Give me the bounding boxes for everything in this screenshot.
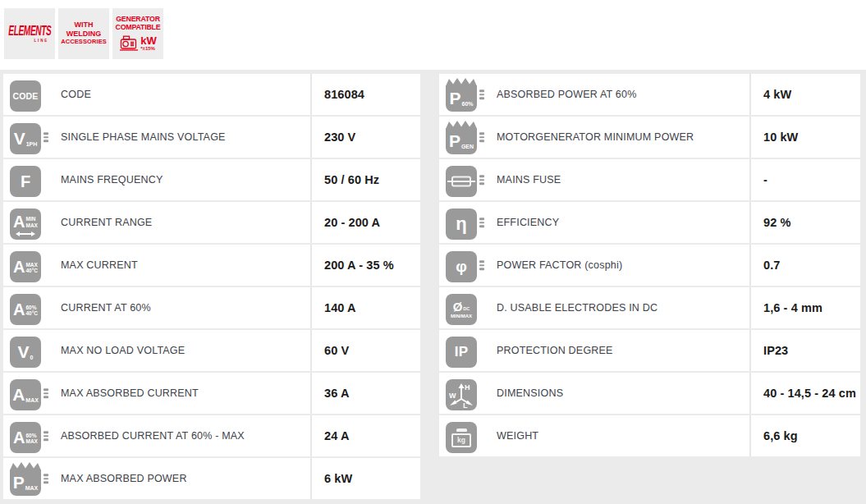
spec-row: IPPROTECTION DEGREEIP23 bbox=[439, 330, 860, 371]
spec-value: 0.7 bbox=[751, 245, 860, 286]
motorgenerator-power-icon: PGEN bbox=[446, 120, 477, 154]
welding-accessories-badge: WITH WELDING ACCESSORIES bbox=[58, 8, 109, 59]
spec-label: CODE bbox=[61, 89, 91, 100]
badge-text: ACCESSORIES bbox=[61, 38, 107, 47]
spec-label-cell: A60%MAXABSORBED CURRENT AT 60% - MAX bbox=[3, 415, 312, 456]
spec-row: V0MAX NO LOAD VOLTAGE60 V bbox=[3, 330, 420, 371]
svg-text:W: W bbox=[449, 392, 456, 400]
spec-label: MAX ABSORBED POWER bbox=[61, 473, 187, 484]
spec-value: 230 V bbox=[312, 117, 420, 158]
generator-kw-label: kW bbox=[140, 36, 157, 46]
spec-label-cell: CODECODE bbox=[3, 74, 312, 115]
generator-tolerance-label: *±15% bbox=[140, 46, 155, 51]
badge-text: COMPATIBLE bbox=[116, 24, 161, 32]
plug-icon bbox=[44, 132, 48, 142]
spec-row: ØDCMIN/MAXD. USABLE ELECTRODES IN DC1,6 … bbox=[439, 287, 860, 328]
single-phase-voltage-icon: V1PH bbox=[10, 120, 41, 154]
spec-row: ηEFFICIENCY92 % bbox=[439, 202, 860, 243]
spec-row: CODECODE816084 bbox=[3, 74, 420, 115]
spec-label-cell: V0MAX NO LOAD VOLTAGE bbox=[3, 330, 312, 371]
protection-degree-icon: IP bbox=[446, 333, 477, 368]
spec-label-cell: kgWEIGHT bbox=[439, 415, 751, 456]
spec-label: MAINS FUSE bbox=[497, 174, 561, 186]
spec-value: 816084 bbox=[312, 74, 420, 115]
spec-row: φPOWER FACTOR (cosphi)0.7 bbox=[439, 245, 860, 286]
spec-label-cell: IPPROTECTION DEGREE bbox=[439, 330, 751, 371]
spec-row: V1PHSINGLE PHASE MAINS VOLTAGE230 V bbox=[3, 117, 420, 158]
spec-row: AMAX40°CMAX CURRENT200 A - 35 % bbox=[3, 245, 420, 286]
spec-table-left: CODECODE816084V1PHSINGLE PHASE MAINS VOL… bbox=[3, 74, 420, 501]
spec-label: EFFICIENCY bbox=[497, 217, 559, 228]
spec-value: 10 kW bbox=[751, 117, 860, 158]
elements-line-badge: ELEMENTS LINE bbox=[4, 8, 55, 59]
elements-logo-subtitle: LINE bbox=[34, 39, 48, 43]
max-absorbed-current-icon: AMAX bbox=[10, 376, 41, 410]
dimensions-icon: WHL bbox=[446, 376, 477, 410]
spec-label-cell: MAINS FUSE bbox=[439, 159, 751, 200]
svg-text:L: L bbox=[463, 401, 468, 409]
badge-text: WELDING bbox=[66, 30, 102, 39]
spec-label-cell: FMAINS FREQUENCY bbox=[3, 159, 312, 200]
spec-value: 40 - 14,5 - 24 cm bbox=[751, 373, 860, 414]
badge-text: WITH bbox=[75, 21, 94, 30]
no-load-voltage-icon: V0 bbox=[10, 333, 41, 368]
current-range-icon: AMINMAX bbox=[10, 205, 41, 240]
spec-label-cell: ØDCMIN/MAXD. USABLE ELECTRODES IN DC bbox=[439, 287, 751, 328]
spec-label: MAX NO LOAD VOLTAGE bbox=[61, 345, 185, 356]
spec-label: D. USABLE ELECTRODES IN DC bbox=[497, 302, 658, 314]
plug-icon bbox=[44, 474, 48, 483]
spec-value: 140 A bbox=[312, 287, 420, 328]
spec-label: SINGLE PHASE MAINS VOLTAGE bbox=[61, 131, 226, 143]
spec-label: PROTECTION DEGREE bbox=[497, 345, 613, 356]
spec-label: MAINS FREQUENCY bbox=[61, 174, 163, 186]
spec-row: A60%MAXABSORBED CURRENT AT 60% - MAX24 A bbox=[3, 415, 420, 456]
spec-label-cell: A60%40°CCURRENT AT 60% bbox=[3, 287, 312, 328]
elements-logo: ELEMENTS bbox=[8, 22, 51, 38]
spec-label: MAX ABSORBED CURRENT bbox=[61, 387, 199, 399]
spec-value: IP23 bbox=[751, 330, 860, 371]
spec-label-cell: V1PHSINGLE PHASE MAINS VOLTAGE bbox=[3, 117, 312, 158]
power-factor-icon: φ bbox=[446, 248, 477, 282]
plug-icon bbox=[479, 89, 484, 99]
spec-label-cell: AMAX40°CMAX CURRENT bbox=[3, 245, 312, 286]
efficiency-icon: η bbox=[446, 205, 477, 240]
spec-value: 1,6 - 4 mm bbox=[751, 287, 860, 328]
plug-icon bbox=[479, 260, 484, 270]
spec-value: - bbox=[751, 159, 860, 200]
spec-value: 60 V bbox=[312, 330, 420, 371]
spec-value: 6,6 kg bbox=[751, 415, 860, 456]
spec-label-cell: PGENMOTORGENERATOR MINIMUM POWER bbox=[439, 117, 751, 158]
spec-label: WEIGHT bbox=[497, 430, 538, 442]
spec-value: 92 % bbox=[751, 202, 860, 243]
spec-label: CURRENT AT 60% bbox=[61, 302, 151, 314]
spec-label: ABSORBED POWER AT 60% bbox=[497, 89, 636, 100]
spec-label: DIMENSIONS bbox=[497, 387, 563, 399]
spec-value: 200 A - 35 % bbox=[312, 245, 420, 286]
spec-row: kgWEIGHT6,6 kg bbox=[439, 415, 860, 456]
spec-label-cell: AMAXMAX ABSORBED CURRENT bbox=[3, 373, 312, 414]
spec-row: AMAXMAX ABSORBED CURRENT36 A bbox=[3, 373, 420, 414]
spec-label: MOTORGENERATOR MINIMUM POWER bbox=[497, 131, 694, 143]
spec-row: MAINS FUSE- bbox=[439, 159, 860, 200]
absorbed-current-60-icon: A60%MAX bbox=[10, 419, 41, 453]
spec-label: ABSORBED CURRENT AT 60% - MAX bbox=[61, 430, 245, 442]
plug-icon bbox=[479, 218, 484, 227]
spec-row: FMAINS FREQUENCY50 / 60 Hz bbox=[3, 159, 420, 200]
electrodes-dc-icon: ØDCMIN/MAX bbox=[446, 291, 477, 325]
spec-label-cell: PMAXMAX ABSORBED POWER bbox=[3, 458, 312, 499]
code-icon: CODE bbox=[10, 77, 41, 112]
spec-row: AMINMAXCURRENT RANGE20 - 200 A bbox=[3, 202, 420, 243]
absorbed-power-60-icon: P60% bbox=[446, 77, 477, 112]
max-absorbed-power-icon: PMAX bbox=[10, 461, 41, 496]
spec-value: 4 kW bbox=[751, 74, 860, 115]
spec-label: MAX CURRENT bbox=[61, 259, 138, 271]
spec-label-cell: φPOWER FACTOR (cosphi) bbox=[439, 245, 751, 286]
spec-row: A60%40°CCURRENT AT 60%140 A bbox=[3, 287, 420, 328]
spec-row: PGENMOTORGENERATOR MINIMUM POWER10 kW bbox=[439, 117, 860, 158]
spec-value: 20 - 200 A bbox=[312, 202, 420, 243]
spec-table-right: P60%ABSORBED POWER AT 60%4 kWPGENMOTORGE… bbox=[439, 74, 860, 458]
spec-label-cell: WHLDIMENSIONS bbox=[439, 373, 751, 414]
plug-icon bbox=[479, 175, 484, 185]
spec-value: 6 kW bbox=[312, 458, 420, 499]
mains-fuse-icon bbox=[446, 163, 477, 197]
